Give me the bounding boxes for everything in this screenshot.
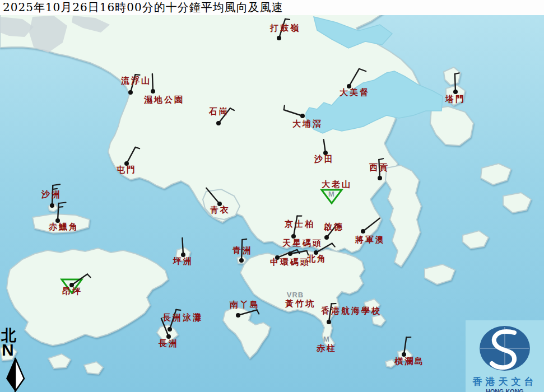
north-compass: 北 N xyxy=(1,328,28,392)
station-西貢: 西貢 xyxy=(369,158,389,180)
station-label: 天星碼頭 xyxy=(282,238,323,248)
station-label: 屯門 xyxy=(116,165,137,175)
station-石崗: 石崗 xyxy=(208,106,234,125)
wind-barb-tick xyxy=(242,239,247,240)
station-label: 坪洲 xyxy=(173,256,193,266)
station-label: 大老山 xyxy=(322,179,352,189)
station-label: 青洲 xyxy=(232,245,253,255)
station-大埔滘: 大埔滘 xyxy=(284,105,323,129)
station-dot xyxy=(324,235,329,240)
station-label: 長洲 xyxy=(158,338,179,348)
wind-barb-tick xyxy=(285,19,290,20)
station-label: 赤鱲角 xyxy=(48,222,79,232)
station-dot xyxy=(151,89,155,94)
station-赤柱: M赤柱 xyxy=(316,335,337,353)
station-大美督: 大美督 xyxy=(340,69,370,97)
station-label: 南丫島 xyxy=(229,300,260,310)
hko-logo-name-cn: 香港天文台 xyxy=(466,375,544,388)
station-label: 將軍澳 xyxy=(355,235,385,245)
wind-barb-shaft xyxy=(152,74,153,91)
station-label: 流浮山 xyxy=(120,76,151,86)
station-label: 大埔滘 xyxy=(292,119,323,129)
map-title: 2025年10月26日16時00分的十分鐘平均風向及風速 xyxy=(0,0,544,15)
station-label: 黃竹坑 xyxy=(285,298,315,309)
station-長洲泳灘: 長洲泳灘 xyxy=(162,310,203,332)
wind-barb-tick xyxy=(87,274,91,278)
wind-barb-shaft xyxy=(363,218,380,231)
station-label: 京士柏 xyxy=(284,219,315,229)
station-label: 打鼓嶺 xyxy=(269,23,300,33)
wind-barb-tick xyxy=(59,203,66,204)
station-label: 昂坪 xyxy=(62,286,82,296)
station-長洲: 長洲 xyxy=(158,319,179,349)
station-橫瀾島: 橫瀾島 xyxy=(394,337,425,366)
station-中環碼頭: 中環碼頭 xyxy=(270,250,310,267)
station-沙田: 沙田 xyxy=(314,139,334,164)
station-青衣: 青衣 xyxy=(206,188,230,215)
station-流浮山: 流浮山 xyxy=(120,74,151,95)
hko-logo-icon xyxy=(466,320,544,374)
station-dot xyxy=(239,258,244,263)
wind-barb-shaft xyxy=(182,238,183,255)
station-flag-text: M xyxy=(323,335,330,343)
wind-barb-tick xyxy=(176,310,180,310)
wind-barb-tick xyxy=(136,74,140,75)
station-大老山: M大老山 xyxy=(322,179,352,203)
wind-barb-tick xyxy=(284,105,285,110)
station-label: 赤柱 xyxy=(316,343,337,353)
wind-barb-tick xyxy=(359,69,366,72)
station-label: 長洲泳灘 xyxy=(162,312,203,323)
wind-barb-shaft xyxy=(238,310,257,315)
wind-barb-tick xyxy=(53,184,60,185)
hko-logo: 香港天文台 HONG KONG OBSERVATORY xyxy=(466,320,544,392)
hko-logo-name-en: HONG KONG OBSERVATORY xyxy=(466,388,544,392)
compass-label-en: N xyxy=(2,343,28,357)
station-dot xyxy=(128,90,133,95)
wind-barb-tick xyxy=(379,158,383,160)
wind-barb-shaft xyxy=(127,147,136,164)
station-南丫島: 南丫島 xyxy=(229,300,260,318)
data-flag-text: M xyxy=(328,190,335,198)
wind-barb-tick xyxy=(455,73,459,74)
weather-map-screen: 2025年10月26日16時00分的十分鐘平均風向及風速 打鼓嶺流浮山濕地公園石… xyxy=(0,0,544,392)
wind-barb-tick xyxy=(58,207,63,207)
station-dot xyxy=(50,203,54,208)
station-塔門: 塔門 xyxy=(445,73,466,104)
station-label: 沙田 xyxy=(314,154,334,164)
station-label: 大美督 xyxy=(340,87,370,97)
station-京士柏: 京士柏 xyxy=(284,216,315,239)
wind-barb-shaft xyxy=(404,337,406,354)
wind-barb-tick xyxy=(136,147,140,148)
station-啟德: 啟德 xyxy=(323,222,344,240)
wind-barb-shaft xyxy=(206,188,220,204)
station-昂坪: 昂坪 xyxy=(62,274,91,297)
wind-barb-tick xyxy=(230,108,234,110)
wind-barb-shaft xyxy=(349,69,359,86)
wind-barb-shaft xyxy=(58,203,59,221)
station-香港航海學校: 香港航海學校 xyxy=(320,304,382,324)
station-label: 橫瀾島 xyxy=(394,356,425,366)
station-label: 青衣 xyxy=(210,205,230,215)
wind-stations-layer: 打鼓嶺流浮山濕地公園石崗大埔滘大美督塔門沙田西貢M大老山屯門沙洲赤鱲角青衣京士柏… xyxy=(0,0,544,392)
wind-barb-tick xyxy=(257,310,259,314)
station-flag-text: VRB xyxy=(287,291,304,299)
north-arrow-icon xyxy=(3,357,28,392)
station-label: 西貢 xyxy=(369,162,389,172)
station-dot xyxy=(168,327,172,332)
wind-barb-shaft xyxy=(284,110,303,116)
station-屯門: 屯門 xyxy=(116,147,140,175)
station-label: 石崗 xyxy=(208,106,229,116)
station-將軍澳: 將軍澳 xyxy=(355,218,385,245)
station-dot xyxy=(216,121,221,125)
wind-barb-shaft xyxy=(455,74,455,92)
station-坪洲: 坪洲 xyxy=(173,238,193,266)
station-dot xyxy=(378,176,382,180)
station-dot xyxy=(453,90,458,94)
station-label: 中環碼頭 xyxy=(270,257,310,267)
station-青洲: 青洲 xyxy=(232,239,253,263)
station-dot xyxy=(361,229,365,234)
station-label: 塔門 xyxy=(445,94,466,104)
station-黃竹坑: VRB黃竹坑 xyxy=(285,291,315,309)
station-label: 香港航海學校 xyxy=(320,306,382,316)
station-打鼓嶺: 打鼓嶺 xyxy=(269,19,300,40)
